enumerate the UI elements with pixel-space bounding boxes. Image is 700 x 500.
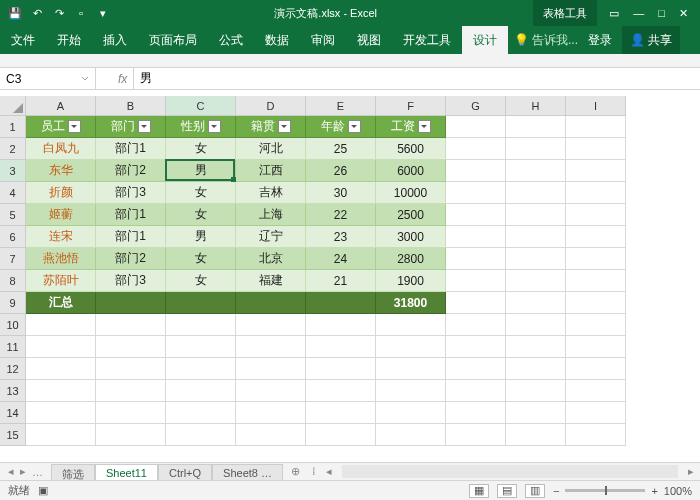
row-header-15[interactable]: 15: [0, 424, 26, 446]
cell-C2[interactable]: 女: [166, 138, 236, 160]
cell-I4[interactable]: [566, 182, 626, 204]
tab-nav-more-icon[interactable]: …: [32, 466, 43, 478]
sheet-tab-ctrlq[interactable]: Ctrl+Q: [158, 464, 212, 480]
cell-A5[interactable]: 姬蘅: [26, 204, 96, 226]
fx-icon[interactable]: fx: [118, 72, 127, 86]
cell-G13[interactable]: [446, 380, 506, 402]
cell-B3[interactable]: 部门2: [96, 160, 166, 182]
cell-F8[interactable]: 1900: [376, 270, 446, 292]
tab-view[interactable]: 视图: [346, 26, 392, 54]
filter-dropdown-icon[interactable]: [68, 120, 81, 133]
col-header-D[interactable]: D: [236, 96, 306, 116]
cell-F12[interactable]: [376, 358, 446, 380]
cell-G12[interactable]: [446, 358, 506, 380]
cell-D2[interactable]: 河北: [236, 138, 306, 160]
spreadsheet-grid[interactable]: 123456789101112131415 ABCDEFGHI 员工部门性别籍贯…: [0, 96, 700, 462]
cell-F7[interactable]: 2800: [376, 248, 446, 270]
sheet-tab-sheet11[interactable]: Sheet11: [95, 464, 158, 480]
cell-C5[interactable]: 女: [166, 204, 236, 226]
cell-B4[interactable]: 部门3: [96, 182, 166, 204]
tab-nav-next-icon[interactable]: ▸: [20, 465, 26, 478]
cell-C4[interactable]: 女: [166, 182, 236, 204]
row-header-7[interactable]: 7: [0, 248, 26, 270]
cell-B1[interactable]: 部门: [96, 116, 166, 138]
tab-formulas[interactable]: 公式: [208, 26, 254, 54]
cell-H4[interactable]: [506, 182, 566, 204]
cell-H10[interactable]: [506, 314, 566, 336]
cell-F14[interactable]: [376, 402, 446, 424]
cell-I14[interactable]: [566, 402, 626, 424]
cell-H15[interactable]: [506, 424, 566, 446]
scroll-left-icon[interactable]: ◂: [320, 463, 338, 480]
save-icon[interactable]: 💾: [8, 7, 22, 20]
cell-B8[interactable]: 部门3: [96, 270, 166, 292]
cell-E6[interactable]: 23: [306, 226, 376, 248]
cell-A14[interactable]: [26, 402, 96, 424]
cell-I1[interactable]: [566, 116, 626, 138]
cell-C6[interactable]: 男: [166, 226, 236, 248]
cell-I2[interactable]: [566, 138, 626, 160]
cell-C3[interactable]: 男: [166, 160, 236, 182]
scroll-right-icon[interactable]: ▸: [682, 463, 700, 480]
add-sheet-icon[interactable]: ⊕: [283, 463, 308, 480]
cell-B15[interactable]: [96, 424, 166, 446]
cell-F6[interactable]: 3000: [376, 226, 446, 248]
cell-I8[interactable]: [566, 270, 626, 292]
ribbon-options-icon[interactable]: ▭: [609, 7, 619, 20]
cell-E8[interactable]: 21: [306, 270, 376, 292]
tab-review[interactable]: 审阅: [300, 26, 346, 54]
cell-A3[interactable]: 东华: [26, 160, 96, 182]
cell-B11[interactable]: [96, 336, 166, 358]
zoom-level[interactable]: 100%: [664, 485, 692, 497]
cell-B10[interactable]: [96, 314, 166, 336]
filter-dropdown-icon[interactable]: [348, 120, 361, 133]
cell-E14[interactable]: [306, 402, 376, 424]
maximize-icon[interactable]: □: [658, 7, 665, 20]
cell-B6[interactable]: 部门1: [96, 226, 166, 248]
tab-design[interactable]: 设计: [462, 26, 508, 54]
cell-B12[interactable]: [96, 358, 166, 380]
tab-dev[interactable]: 开发工具: [392, 26, 462, 54]
cell-H8[interactable]: [506, 270, 566, 292]
cell-E9[interactable]: [306, 292, 376, 314]
cell-F13[interactable]: [376, 380, 446, 402]
formula-input[interactable]: 男: [134, 68, 700, 89]
cell-A10[interactable]: [26, 314, 96, 336]
cell-H12[interactable]: [506, 358, 566, 380]
filter-dropdown-icon[interactable]: [278, 120, 291, 133]
cell-G8[interactable]: [446, 270, 506, 292]
cell-E4[interactable]: 30: [306, 182, 376, 204]
tab-home[interactable]: 开始: [46, 26, 92, 54]
row-header-14[interactable]: 14: [0, 402, 26, 424]
cell-E2[interactable]: 25: [306, 138, 376, 160]
cell-F11[interactable]: [376, 336, 446, 358]
cell-C14[interactable]: [166, 402, 236, 424]
row-header-1[interactable]: 1: [0, 116, 26, 138]
cell-B7[interactable]: 部门2: [96, 248, 166, 270]
row-header-4[interactable]: 4: [0, 182, 26, 204]
row-header-2[interactable]: 2: [0, 138, 26, 160]
cell-E1[interactable]: 年龄: [306, 116, 376, 138]
cell-G6[interactable]: [446, 226, 506, 248]
cell-G5[interactable]: [446, 204, 506, 226]
cell-B2[interactable]: 部门1: [96, 138, 166, 160]
cell-A6[interactable]: 连宋: [26, 226, 96, 248]
qat-more-icon[interactable]: ▾: [96, 7, 110, 20]
cell-A7[interactable]: 燕池悟: [26, 248, 96, 270]
cell-I15[interactable]: [566, 424, 626, 446]
cell-G14[interactable]: [446, 402, 506, 424]
cell-A1[interactable]: 员工: [26, 116, 96, 138]
tab-insert[interactable]: 插入: [92, 26, 138, 54]
cell-A8[interactable]: 苏陌叶: [26, 270, 96, 292]
cell-I9[interactable]: [566, 292, 626, 314]
cell-C1[interactable]: 性别: [166, 116, 236, 138]
cell-A12[interactable]: [26, 358, 96, 380]
cell-C15[interactable]: [166, 424, 236, 446]
name-box[interactable]: C3: [0, 68, 96, 89]
cell-G7[interactable]: [446, 248, 506, 270]
col-header-G[interactable]: G: [446, 96, 506, 116]
cell-F1[interactable]: 工资: [376, 116, 446, 138]
cell-D12[interactable]: [236, 358, 306, 380]
cell-D13[interactable]: [236, 380, 306, 402]
cell-H1[interactable]: [506, 116, 566, 138]
